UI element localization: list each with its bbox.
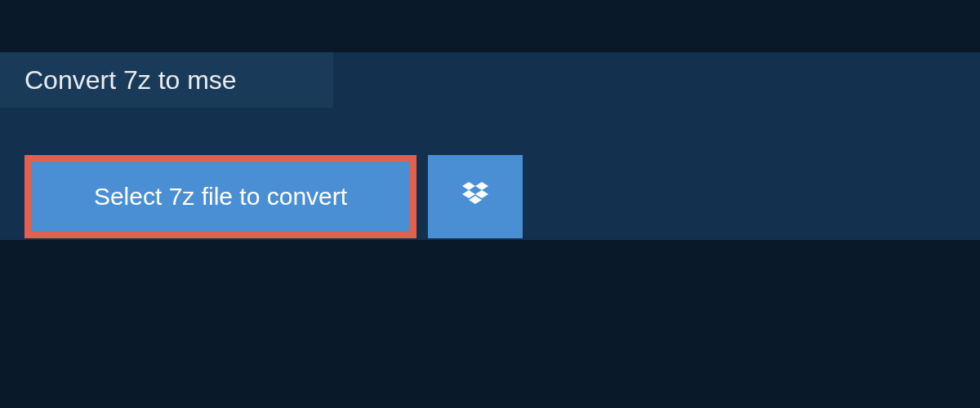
- tab-title: Convert 7z to mse: [24, 65, 237, 95]
- select-file-label: Select 7z file to convert: [94, 183, 347, 211]
- dropbox-icon: [459, 179, 492, 215]
- active-tab[interactable]: Convert 7z to mse: [0, 52, 333, 108]
- select-file-button[interactable]: Select 7z file to convert: [24, 155, 416, 238]
- action-row: Select 7z file to convert: [24, 155, 523, 238]
- dropbox-button[interactable]: [428, 155, 523, 238]
